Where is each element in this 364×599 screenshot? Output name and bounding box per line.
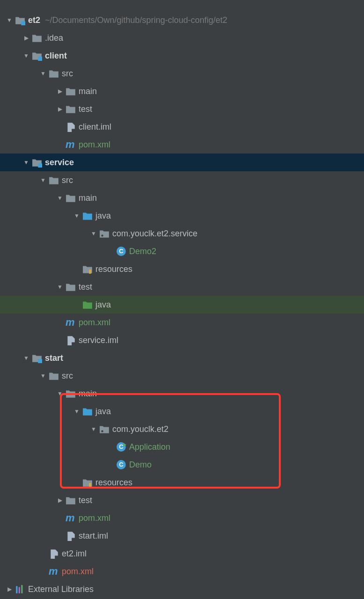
node-label: Demo2 [129,247,156,256]
node-label: client.iml [79,122,111,132]
library-icon [15,584,25,594]
node-label: src [62,175,73,185]
node-label: start.iml [79,531,108,541]
resources-icon [82,477,93,488]
tree-node-root-pom[interactable]: ▶ pom.xml [0,562,364,580]
node-label: src [62,69,73,79]
resources-icon [82,264,93,274]
chevron-right-icon[interactable]: ▶ [56,497,64,504]
tree-node-service-test[interactable]: ▼ test [0,278,364,296]
folder-icon [49,371,59,381]
node-path: ~/Documents/Own/github/spring-cloud-conf… [45,15,227,25]
maven-icon [66,317,76,328]
test-folder-icon [82,300,93,310]
module-icon [15,15,25,25]
module-icon [32,353,42,363]
node-label: pom.xml [79,318,110,328]
tree-node-service-java[interactable]: ▼ java [0,207,364,225]
node-label: pom.xml [79,140,110,150]
module-icon [32,157,42,168]
tree-node-service-pom[interactable]: ▶ pom.xml [0,314,364,331]
node-label: com.youclk.et2 [112,424,168,434]
tree-node-start-application[interactable]: ▶ Application [0,438,364,456]
tree-node-start-java[interactable]: ▼ java [0,402,364,420]
tree-node-service-pkg[interactable]: ▼ com.youclk.et2.service [0,225,364,242]
tree-node-client-pom[interactable]: ▶ pom.xml [0,136,364,153]
node-label: test [79,282,92,292]
maven-icon [66,139,76,150]
chevron-down-icon[interactable]: ▼ [6,16,13,24]
node-label: et2.iml [62,549,87,559]
chevron-right-icon[interactable]: ▶ [56,88,64,95]
tree-node-service-resources[interactable]: ▶ resources [0,260,364,278]
folder-icon [66,388,76,399]
tree-node-client-test[interactable]: ▶ test [0,100,364,118]
node-label: start [45,353,63,363]
maven-icon [66,513,76,523]
class-icon [116,460,126,470]
tree-node-service-src[interactable]: ▼ src [0,171,364,189]
chevron-down-icon[interactable]: ▼ [22,354,30,362]
folder-icon [66,86,76,96]
tree-node-service-main[interactable]: ▼ main [0,189,364,207]
tree-node-client[interactable]: ▼ client [0,47,364,65]
node-label: test [79,104,92,114]
node-label: client [45,51,67,61]
chevron-down-icon[interactable]: ▼ [90,230,97,237]
chevron-down-icon[interactable]: ▼ [39,70,47,77]
tree-node-service[interactable]: ▼ service [0,153,364,171]
source-folder-icon [82,406,93,416]
package-icon [99,424,109,434]
chevron-right-icon[interactable]: ▶ [22,34,30,42]
chevron-down-icon[interactable]: ▼ [90,425,97,433]
tree-node-client-iml[interactable]: ▶ client.iml [0,118,364,136]
node-label: main [79,389,97,399]
chevron-down-icon[interactable]: ▼ [22,52,30,59]
folder-icon [66,193,76,203]
tree-node-client-main[interactable]: ▶ main [0,82,364,100]
node-label: .idea [45,33,63,43]
chevron-right-icon[interactable]: ▶ [6,585,13,593]
folder-icon [66,104,76,114]
chevron-down-icon[interactable]: ▼ [56,283,64,291]
module-icon [32,51,42,61]
chevron-down-icon[interactable]: ▼ [73,408,80,415]
node-label: Application [129,442,170,452]
folder-icon [66,282,76,292]
chevron-down-icon[interactable]: ▼ [56,390,64,397]
chevron-down-icon[interactable]: ▼ [56,194,64,202]
tree-node-start-test[interactable]: ▶ test [0,491,364,509]
tree-node-service-demo2[interactable]: ▶ Demo2 [0,242,364,260]
class-icon [116,246,126,256]
chevron-down-icon[interactable]: ▼ [73,212,80,219]
tree-node-start-main[interactable]: ▼ main [0,385,364,402]
tree-node-start[interactable]: ▼ start [0,349,364,367]
tree-node-et2-iml[interactable]: ▶ et2.iml [0,545,364,562]
tree-node-start-demo[interactable]: ▶ Demo [0,456,364,474]
node-label: resources [95,478,132,488]
tree-node-external-libraries[interactable]: ▶ External Libraries [0,580,364,598]
chevron-down-icon[interactable]: ▼ [39,372,47,380]
node-label: main [79,87,97,96]
tree-node-service-test-java[interactable]: ▶ java [0,296,364,314]
tree-node-client-src[interactable]: ▼ src [0,65,364,82]
tree-node-start-pkg[interactable]: ▼ com.youclk.et2 [0,420,364,438]
maven-icon [49,566,59,577]
file-icon [66,335,76,345]
tree-node-start-pom[interactable]: ▶ pom.xml [0,509,364,527]
tree-node-start-iml[interactable]: ▶ start.iml [0,527,364,545]
node-label: et2 [28,15,40,25]
tree-node-idea[interactable]: ▶ .idea [0,29,364,47]
file-icon [66,531,76,541]
tree-node-start-src[interactable]: ▼ src [0,367,364,385]
chevron-right-icon[interactable]: ▶ [56,105,64,113]
source-folder-icon [82,211,93,221]
tree-node-root[interactable]: ▼ et2 ~/Documents/Own/github/spring-clou… [0,11,364,29]
tree-node-service-iml[interactable]: ▶ service.iml [0,331,364,349]
package-icon [99,228,109,239]
chevron-down-icon[interactable]: ▼ [39,176,47,184]
node-label: src [62,371,73,381]
node-label: main [79,193,97,203]
tree-node-start-resources[interactable]: ▶ resources [0,474,364,491]
chevron-down-icon[interactable]: ▼ [22,159,30,166]
